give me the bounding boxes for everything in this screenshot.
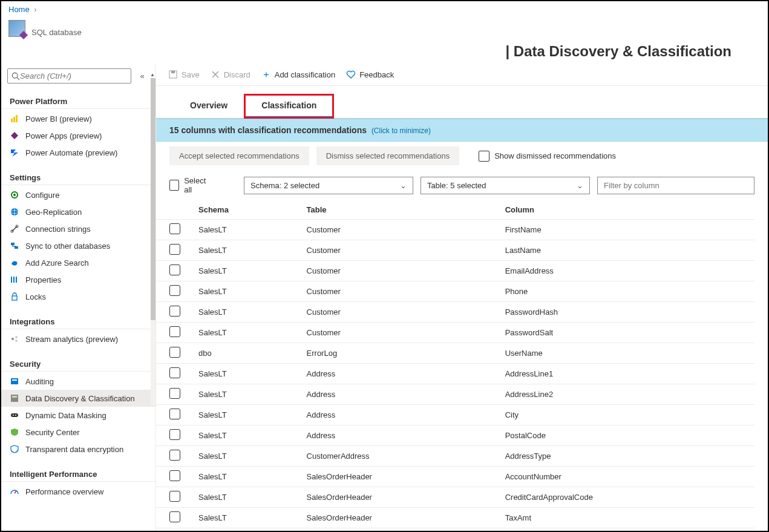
column-filter-input[interactable] [604,181,748,190]
sidebar-item-stream-analytics-preview-[interactable]: Stream analytics (preview) [1,330,155,347]
breadcrumb-home[interactable]: Home [8,5,30,14]
powerapps-icon [10,131,19,140]
table-filter-dropdown[interactable]: Table: 5 selected ⌄ [420,177,590,194]
sidebar-item-power-apps-preview-[interactable]: Power Apps (preview) [1,127,155,144]
svg-rect-32 [171,71,175,73]
collapse-sidebar-button[interactable]: « [135,69,149,84]
cell-table: SalesOrderHeader [301,508,499,528]
row-checkbox[interactable] [169,264,180,275]
column-filter[interactable] [597,177,754,194]
row-checkbox[interactable] [169,409,180,419]
row-checkbox[interactable] [169,470,180,481]
row-checkbox[interactable] [169,285,180,296]
schema-filter-dropdown[interactable]: Schema: 2 selected ⌄ [244,177,413,194]
table-row[interactable]: SalesLTSalesOrderHeaderAccountNumber [156,467,754,487]
sidebar-item-label: Dynamic Data Masking [25,411,106,420]
feedback-button[interactable]: Feedback [346,70,394,79]
col-checkbox [156,200,192,220]
save-icon [168,70,178,79]
properties-icon [10,275,19,284]
table-row[interactable]: SalesLTCustomerPasswordSalt [156,323,754,343]
cell-schema: SalesLT [192,323,301,343]
scrollbar-thumb[interactable] [151,78,155,320]
nav-section-title: Intelligent Performance [1,465,155,482]
sidebar-item-geo-replication[interactable]: Geo-Replication [1,203,155,220]
table-row[interactable]: SalesLTCustomerEmailAddress [156,261,754,281]
row-checkbox[interactable] [169,491,180,502]
row-checkbox[interactable] [169,244,180,255]
row-checkbox[interactable] [169,388,180,399]
cell-column: LastName [499,240,754,261]
cell-schema: SalesLT [192,281,301,302]
row-checkbox[interactable] [169,429,180,440]
table-row[interactable]: SalesLTAddressPostalCode [156,425,754,446]
sidebar-item-auditing[interactable]: Auditing [1,373,155,390]
sidebar-item-security-center[interactable]: Security Center [1,424,155,441]
table-row[interactable]: SalesLTSalesOrderHeaderTaxAmt [156,508,754,528]
sidebar-item-label: Stream analytics (preview) [25,335,118,344]
accept-button[interactable]: Accept selected recommendations [169,146,309,165]
search-input[interactable] [20,71,127,80]
cell-column: AccountNumber [499,467,754,487]
tab-overview[interactable]: Overview [173,94,244,118]
sidebar-item-connection-strings[interactable]: Connection strings [1,220,155,237]
table-row[interactable]: SalesLTCustomerPhone [156,281,754,302]
row-checkbox[interactable] [169,347,180,358]
breadcrumb: Home › [1,1,768,18]
table-row[interactable]: SalesLTCustomerPasswordHash [156,302,754,323]
row-checkbox[interactable] [169,223,180,234]
sidebar-item-data-discovery-classification[interactable]: Data Discovery & Classification [1,390,155,407]
cell-schema: SalesLT [192,240,301,261]
svg-rect-23 [11,378,18,384]
row-checkbox[interactable] [169,511,180,522]
table-row[interactable]: SalesLTAddressCity [156,405,754,425]
sidebar-item-label: Auditing [25,377,54,386]
sidebar-item-power-automate-preview-[interactable]: Power Automate (preview) [1,144,155,161]
sidebar-item-sync-to-other-databases[interactable]: Sync to other databases [1,237,155,254]
table-row[interactable]: SalesLTAddressAddressLine1 [156,364,754,384]
sidebar: « Power PlatformPower BI (preview)Power … [1,64,156,532]
row-checkbox[interactable] [169,367,180,378]
cell-column: PostalCode [499,425,754,446]
add-classification-button[interactable]: ＋ Add classification [261,70,335,79]
svg-rect-4 [16,115,18,122]
cell-column: City [499,405,754,425]
table-filter-label: Table: 5 selected [427,181,486,190]
checkbox-icon [169,180,179,191]
table-row[interactable]: SalesLTCustomerFirstName [156,220,754,240]
svg-rect-2 [11,119,13,122]
nav-section-title: Integrations [1,312,155,329]
checkbox-icon [479,151,489,162]
select-all-toggle[interactable]: Select all [169,176,212,194]
table-row[interactable]: SalesLTCustomerLastName [156,240,754,261]
globe-icon [10,207,19,217]
sidebar-item-dynamic-data-masking[interactable]: Dynamic Data Masking [1,407,155,424]
action-bar: Accept selected recommendations Dismiss … [156,142,768,170]
table-row[interactable]: SalesLTCustomerAddressAddressType [156,446,754,467]
sidebar-item-configure[interactable]: Configure [1,186,155,203]
sidebar-item-performance-overview[interactable]: Performance overview [1,483,155,500]
recommendations-banner[interactable]: 15 columns with classification recommend… [156,119,768,142]
save-button[interactable]: Save [168,70,200,79]
row-checkbox[interactable] [169,450,180,461]
cell-table: Customer [301,240,499,261]
table-row[interactable]: dboErrorLogUserName [156,343,754,364]
sidebar-item-properties[interactable]: Properties [1,271,155,288]
sidebar-item-locks[interactable]: Locks [1,288,155,305]
sidebar-search[interactable] [7,68,131,84]
row-checkbox[interactable] [169,326,180,337]
dismiss-button[interactable]: Dismiss selected recommendations [316,146,459,165]
tab-classification[interactable]: Classification [244,94,333,118]
sidebar-item-add-azure-search[interactable]: Add Azure Search [1,254,155,271]
show-dismissed-toggle[interactable]: Show dismissed recommendations [479,151,616,162]
scroll-up-icon[interactable]: ▲ [149,72,155,78]
sidebar-item-transparent-data-encryption[interactable]: Transparent data encryption [1,441,155,458]
discard-button[interactable]: Discard [211,70,250,79]
table-row[interactable]: SalesLTSalesOrderHeaderCreditCardApprova… [156,487,754,508]
sync-icon [10,241,19,251]
sidebar-item-power-bi-preview-[interactable]: Power BI (preview) [1,110,155,127]
row-checkbox[interactable] [169,306,180,317]
add-label: Add classification [275,70,335,79]
svg-line-30 [15,491,16,493]
table-row[interactable]: SalesLTAddressAddressLine2 [156,384,754,405]
